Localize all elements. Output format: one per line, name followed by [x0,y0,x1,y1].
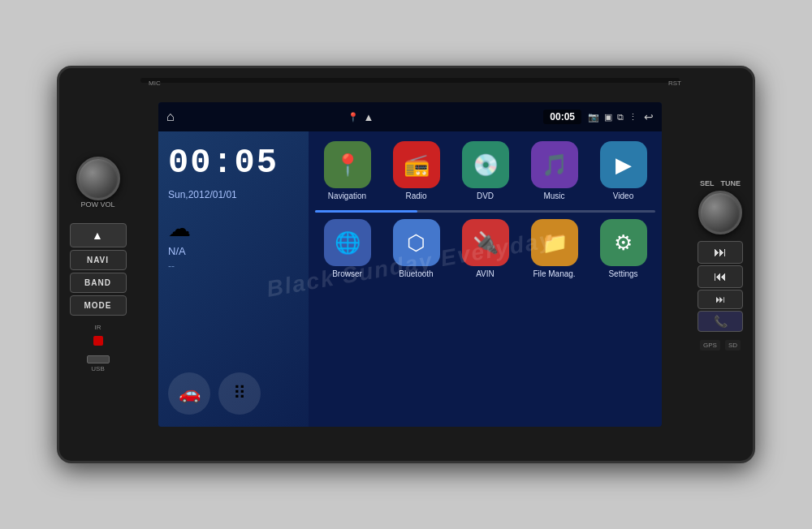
fast-forward-button[interactable]: ⏭ [698,290,743,309]
status-right-icons: 📷 ▣ ⧉ ⋮ [588,112,637,123]
weather-area: ☁ N/A -- [168,215,299,272]
usb-port[interactable] [87,355,110,363]
usb-label: USB [91,365,104,372]
weather-desc: -- [168,260,299,272]
apps-button[interactable]: ⠿ [218,372,261,415]
home-button[interactable]: ⌂ [166,110,175,124]
mic-label: MIC [149,80,161,87]
status-time: 00:05 [543,110,581,124]
weather-icon: ☁ [168,215,299,242]
app-video[interactable]: ▶ Video [594,141,653,200]
bluetooth-label: Bluetooth [399,269,433,278]
tune-knob[interactable] [698,191,742,234]
ir-sensor [93,336,103,346]
window-icon: ⧉ [617,112,624,123]
app-dvd[interactable]: 💿 DVD [456,141,515,200]
avin-icon: 🔌 [462,219,509,266]
app-avin[interactable]: 🔌 AVIN [456,219,515,278]
browser-icon: 🌐 [324,219,371,266]
settings-icon: ⚙ [600,219,647,266]
disc-slot [140,78,680,83]
sel-tune-labels: SEL TUNE [700,179,741,187]
app-settings[interactable]: ⚙ Settings [594,219,653,278]
sd-label: SD [725,340,741,351]
next-track-button[interactable]: ⏭ [698,241,743,264]
camera-icon: 📷 [588,112,599,123]
app-browser[interactable]: 🌐 Browser [318,219,377,278]
clock-panel: 00:05 Sun,2012/01/01 ☁ N/A -- 🚗 ⠿ [158,131,309,427]
back-button[interactable]: ↩ [644,110,654,123]
bluetooth-icon: ⬡ [393,219,440,266]
mode-button[interactable]: MODE [70,295,127,316]
phone-button[interactable]: 📞 [698,311,743,332]
screen-icon: ▣ [604,112,612,123]
power-volume-knob[interactable] [76,157,120,200]
menu-icon[interactable]: ⋮ [628,112,637,123]
wifi-icon: ▲ [364,111,374,123]
navigation-label: Navigation [328,191,366,200]
app-grid-panel: 📍 Navigation 📻 Radio 💿 DVD 🎵 Music [309,131,662,427]
side-button-group: ▲ NAVI BAND MODE [70,223,127,316]
radio-icon: 📻 [393,141,440,188]
band-button[interactable]: BAND [70,273,127,293]
navigation-icon: 📍 [324,141,371,188]
car-mode-button[interactable]: 🚗 [168,372,210,415]
music-label: Music [543,191,564,200]
main-screen: Black Sunday Everyday ⌂ 📍 ▲ 00:05 📷 ▣ ⧉ … [158,102,662,427]
settings-label: Settings [608,269,637,278]
ir-label: IR [95,324,102,331]
navi-button[interactable]: NAVI [70,250,127,270]
gps-sd-labels: GPS SD [700,340,741,351]
tune-knob-area: SEL TUNE [698,179,742,234]
date-display: Sun,2012/01/01 [168,189,299,200]
eject-button[interactable]: ▲ [70,223,127,247]
progress-bar [315,210,655,213]
app-bluetooth[interactable]: ⬡ Bluetooth [387,219,446,278]
dvd-label: DVD [477,191,494,200]
app-row-1: 📍 Navigation 📻 Radio 💿 DVD 🎵 Music [315,141,655,200]
app-navigation[interactable]: 📍 Navigation [318,141,377,200]
filemanager-label: File Manag. [533,269,575,278]
app-row-2: 🌐 Browser ⬡ Bluetooth 🔌 AVIN 📁 File Mana… [315,219,655,278]
right-controls-panel: SEL TUNE ⏭ ⏮ ⏭ 📞 GPS SD [688,68,753,461]
video-icon: ▶ [600,141,647,188]
car-head-unit: MIC RST POW VOL ▲ NAVI BAND MODE IR USB … [57,66,755,463]
video-label: Video [613,191,633,200]
radio-label: Radio [405,191,426,200]
gps-label: GPS [700,340,720,351]
prev-track-button[interactable]: ⏮ [698,265,743,288]
weather-temp: N/A [168,245,299,257]
left-controls-panel: POW VOL ▲ NAVI BAND MODE IR USB [59,68,136,461]
filemanager-icon: 📁 [531,219,578,266]
app-music[interactable]: 🎵 Music [525,141,584,200]
pow-vol-label: POW VOL [80,200,114,209]
clock-display: 00:05 [168,144,299,183]
dvd-icon: 💿 [462,141,509,188]
status-bar: ⌂ 📍 ▲ 00:05 📷 ▣ ⧉ ⋮ ↩ [158,102,662,131]
main-content: 00:05 Sun,2012/01/01 ☁ N/A -- 🚗 ⠿ 📍 N [158,131,662,427]
power-volume-knob-area: POW VOL [76,157,120,212]
app-radio[interactable]: 📻 Radio [387,141,446,200]
bottom-quick-icons: 🚗 ⠿ [168,366,299,415]
rst-label: RST [668,80,681,87]
music-icon: 🎵 [531,141,578,188]
avin-label: AVIN [476,269,495,278]
location-icon: 📍 [348,112,359,123]
browser-label: Browser [332,269,362,278]
sel-label: SEL [700,179,715,187]
progress-fill [315,210,417,213]
tune-label: TUNE [721,179,741,187]
usb-area: USB [87,355,110,372]
status-icons: 📍 ▲ [184,111,538,123]
app-filemanager[interactable]: 📁 File Manag. [525,219,584,278]
media-button-group: ⏭ ⏮ ⏭ 📞 [698,241,743,332]
